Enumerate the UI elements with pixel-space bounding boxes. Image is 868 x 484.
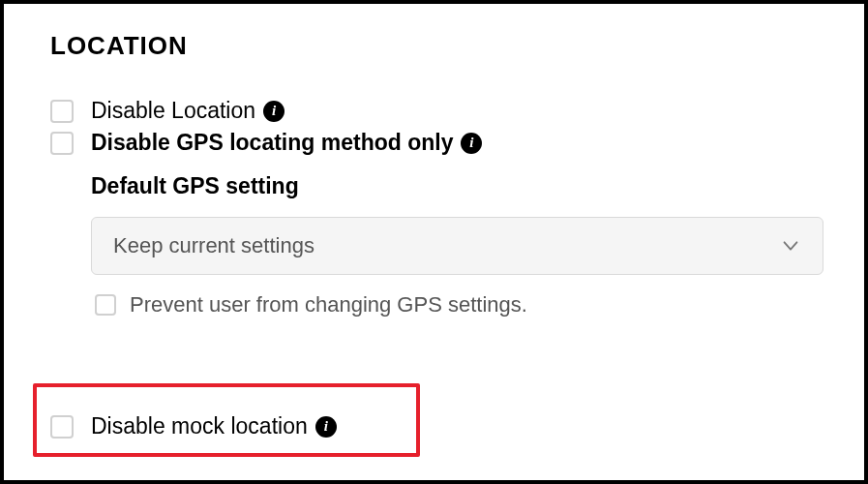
- disable-location-label: Disable Location: [91, 98, 255, 124]
- disable-gps-only-row: Disable GPS locating method only i: [50, 130, 823, 156]
- prevent-change-row: Prevent user from changing GPS settings.: [95, 292, 823, 318]
- info-icon[interactable]: i: [461, 133, 482, 154]
- default-gps-select[interactable]: Keep current settings: [91, 217, 823, 275]
- default-gps-select-value: Keep current settings: [113, 233, 314, 258]
- disable-mock-label: Disable mock location: [91, 413, 308, 439]
- location-settings-panel: LOCATION Disable Location i Disable GPS …: [0, 0, 868, 484]
- disable-mock-row: Disable mock location i: [50, 413, 337, 439]
- disable-location-checkbox[interactable]: [50, 100, 74, 123]
- default-gps-block: Default GPS setting Keep current setting…: [91, 173, 823, 318]
- info-icon[interactable]: i: [263, 101, 284, 122]
- section-title: LOCATION: [50, 31, 823, 61]
- disable-location-row: Disable Location i: [50, 98, 823, 124]
- disable-mock-checkbox[interactable]: [50, 415, 74, 439]
- disable-gps-only-checkbox[interactable]: [50, 132, 74, 155]
- disable-gps-only-label: Disable GPS locating method only: [91, 130, 453, 156]
- prevent-change-checkbox[interactable]: [95, 294, 116, 316]
- chevron-down-icon: [780, 235, 801, 257]
- prevent-change-label: Prevent user from changing GPS settings.: [130, 292, 527, 318]
- default-gps-heading: Default GPS setting: [91, 173, 823, 199]
- info-icon[interactable]: i: [315, 416, 337, 438]
